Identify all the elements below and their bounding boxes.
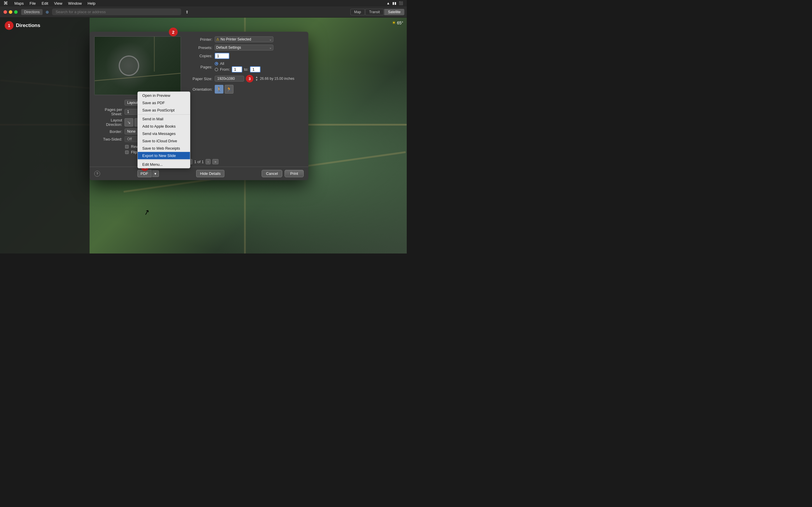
pps-label: Pages per Sheet: bbox=[94, 107, 122, 116]
menu-help[interactable]: Help bbox=[85, 0, 98, 6]
border-label: Border: bbox=[94, 129, 122, 134]
apple-menu[interactable]: ⌘ bbox=[0, 1, 11, 6]
preview-circle bbox=[119, 55, 139, 76]
maximize-button[interactable] bbox=[14, 10, 18, 14]
titlebar-nav: Directions ⊕ bbox=[21, 9, 51, 15]
dropdown-export-slide[interactable]: Export to New Slide bbox=[138, 152, 190, 159]
printer-label: Printer: bbox=[185, 37, 212, 42]
copies-label: Copies: bbox=[185, 54, 212, 58]
sidebar-header: 1 Directions bbox=[0, 17, 90, 34]
pages-row: Pages: All From: to: bbox=[185, 61, 304, 72]
pages-from-input[interactable] bbox=[232, 66, 242, 72]
dropdown-separator-2 bbox=[138, 160, 190, 160]
footer-right-buttons: Cancel Print bbox=[262, 170, 304, 177]
dropdown-edit-menu[interactable]: Edit Menu... bbox=[138, 161, 190, 168]
pdf-group: 4 PDF ▼ 5 Open in Preview Save as PDF Sa… bbox=[138, 170, 159, 177]
share-button[interactable]: ⬆ bbox=[184, 9, 191, 15]
printer-select[interactable]: ⚠No Printer Selected ⌄ bbox=[215, 36, 273, 42]
page-indicator: 1 of 1 bbox=[194, 160, 204, 164]
dropdown-save-web[interactable]: Save to Web Receipts bbox=[138, 145, 190, 152]
temperature: 65° bbox=[397, 20, 403, 25]
two-sided-label: Two-Sided: bbox=[94, 137, 122, 142]
sidebar-left: 1 Directions bbox=[0, 17, 90, 253]
dropdown-save-postscript[interactable]: Save as PostScript bbox=[138, 107, 190, 114]
presets-row: Presets: Default Settings ⌄ bbox=[185, 45, 304, 50]
reverse-page-checkbox[interactable] bbox=[125, 145, 129, 149]
pages-all-radio[interactable] bbox=[215, 62, 218, 65]
pages-to-input[interactable] bbox=[250, 66, 260, 72]
dropdown-add-books[interactable]: Add to Apple Books bbox=[138, 123, 190, 130]
search-input[interactable] bbox=[52, 8, 181, 15]
two-sided-row: Two-Sided: Off ⌄ bbox=[94, 136, 304, 142]
print-dialog-header: Printer: ⚠No Printer Selected ⌄ Presets:… bbox=[90, 32, 308, 100]
pdf-dropdown-arrow-btn[interactable]: ▼ bbox=[152, 170, 159, 177]
orientation-portrait[interactable]: 🚶 bbox=[215, 85, 223, 94]
close-button[interactable] bbox=[4, 10, 7, 14]
dropdown-open-preview[interactable]: Open in Preview bbox=[138, 92, 190, 99]
minimize-button[interactable] bbox=[9, 10, 12, 14]
dropdown-separator-1 bbox=[138, 114, 190, 115]
map-area[interactable]: ☀ 65° 1 Directions 2 bbox=[0, 17, 407, 253]
print-preview bbox=[94, 36, 181, 95]
pps-row: Pages per Sheet: 1 ⌄ bbox=[94, 107, 304, 116]
sun-icon: ☀ bbox=[392, 20, 396, 25]
page-navigation: « ‹ 1 of 1 › » bbox=[90, 157, 308, 167]
pages-radio-group: All From: to: bbox=[215, 61, 260, 72]
titlebar: Directions ⊕ ⬆ Map Transit Satellite bbox=[0, 6, 407, 17]
tab-satellite[interactable]: Satellite bbox=[384, 9, 404, 15]
paper-size-controls: 1920x1080 3 ▲ ▼ 26.66 by 15.00 inches bbox=[215, 75, 294, 82]
tab-map[interactable]: Map bbox=[350, 9, 365, 15]
menu-window[interactable]: Window bbox=[65, 0, 85, 6]
menu-view[interactable]: View bbox=[51, 0, 65, 6]
print-button[interactable]: Print bbox=[285, 170, 304, 177]
help-button[interactable]: ? bbox=[94, 171, 100, 177]
presets-select[interactable]: Default Settings ⌄ bbox=[215, 45, 273, 50]
reverse-page-row: Reverse page orientation bbox=[94, 144, 304, 149]
traffic-lights bbox=[4, 10, 18, 14]
paper-size-select[interactable]: 1920x1080 bbox=[215, 76, 244, 81]
step-badge-2: 2 bbox=[169, 27, 178, 36]
print-dialog: 2 Printer: ⚠No Printer Selected bbox=[90, 32, 308, 180]
pages-range-radio[interactable] bbox=[215, 68, 218, 71]
directions-button[interactable]: Directions bbox=[21, 9, 43, 15]
orientation-row: Orientation: 🚶 🏃 bbox=[185, 85, 304, 94]
dropdown-save-icloud[interactable]: Save to iCloud Drive bbox=[138, 137, 190, 145]
menu-right: ▲ ▮▮ ⬛ bbox=[387, 1, 407, 5]
menu-maps[interactable]: Maps bbox=[11, 0, 27, 6]
page-last-btn[interactable]: » bbox=[212, 159, 218, 164]
hide-details-button[interactable]: Hide Details bbox=[196, 170, 224, 177]
location-button[interactable]: ⊕ bbox=[44, 9, 51, 15]
cancel-button[interactable]: Cancel bbox=[262, 170, 282, 177]
menu-file[interactable]: File bbox=[27, 0, 39, 6]
pages-to-label: to: bbox=[244, 67, 248, 72]
border-row: Border: None ⌄ bbox=[94, 128, 304, 134]
layout-dir-label: Layout Direction: bbox=[94, 118, 122, 127]
tab-transit[interactable]: Transit bbox=[365, 9, 384, 15]
printer-dropdown-arrow: ⌄ bbox=[269, 37, 272, 41]
presets-label: Presets: bbox=[185, 46, 212, 50]
dropdown-save-pdf[interactable]: Save as PDF bbox=[138, 99, 190, 107]
copies-input[interactable] bbox=[215, 53, 230, 59]
pdf-dropdown-menu: 5 Open in Preview Save as PDF Save as Po… bbox=[138, 92, 190, 168]
paper-size-label: Paper Size: bbox=[185, 76, 212, 81]
paper-size-stepper[interactable]: ▲ ▼ bbox=[255, 76, 258, 81]
battery-icon: ▮▮ bbox=[392, 1, 397, 5]
printer-row: Printer: ⚠No Printer Selected ⌄ bbox=[185, 36, 304, 42]
layout-dir-tl[interactable]: ↘ bbox=[124, 118, 133, 126]
dropdown-send-messages[interactable]: Send via Messages bbox=[138, 130, 190, 137]
dropdown-send-mail[interactable]: Send in Mail bbox=[138, 115, 190, 123]
map-tabs: Map Transit Satellite bbox=[350, 9, 404, 15]
flip-horizontal-checkbox[interactable] bbox=[125, 151, 129, 154]
print-fields: Printer: ⚠No Printer Selected ⌄ Presets:… bbox=[185, 36, 304, 94]
sidebar-title: Directions bbox=[16, 22, 40, 29]
menubar: ⌘ Maps File Edit View Window Help ▲ ▮▮ ⬛ bbox=[0, 0, 407, 6]
print-footer: ? 4 PDF ▼ 5 Open in Preview Save as PDF … bbox=[90, 167, 308, 180]
weather-badge: ☀ 65° bbox=[392, 20, 403, 25]
page-next-btn[interactable]: › bbox=[206, 159, 211, 164]
orientation-landscape[interactable]: 🏃 bbox=[225, 85, 234, 94]
pages-range-row: From: to: bbox=[215, 66, 260, 72]
flip-horizontal-row: Flip horizontally bbox=[94, 150, 304, 154]
layout-section: Layout ⌄ Pages per Sheet: 1 ⌄ Layout Dir… bbox=[90, 100, 308, 157]
presets-dropdown-arrow: ⌄ bbox=[269, 46, 272, 50]
menu-edit[interactable]: Edit bbox=[39, 0, 51, 6]
